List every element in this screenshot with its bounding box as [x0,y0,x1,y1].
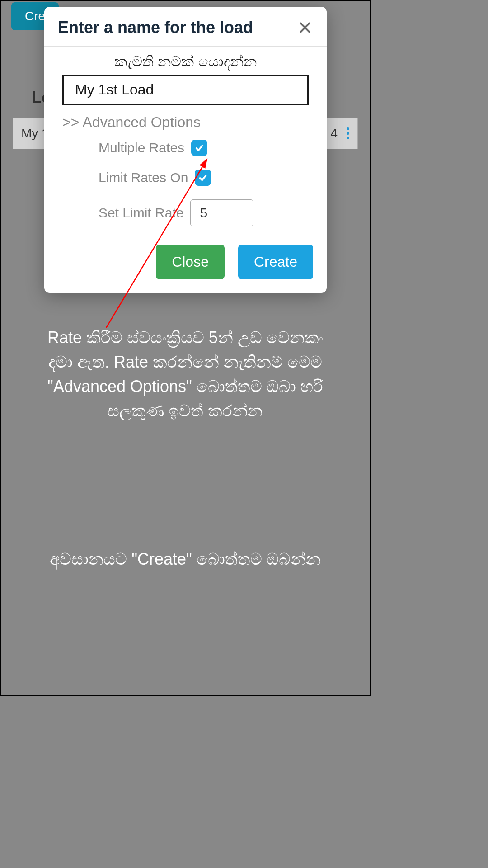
advanced-options-toggle[interactable]: >> Advanced Options [44,114,327,131]
multiple-rates-label: Multiple Rates [99,140,184,156]
set-limit-rate-label: Set Limit Rate [99,205,183,221]
list-row-count: 4 [330,126,338,141]
multiple-rates-checkbox[interactable] [191,140,207,156]
instruction-text-2: අවසානයට "Create" බොත්තම ඔබන්න [45,547,325,571]
close-icon[interactable] [297,19,313,36]
create-button-bg-label: Cre [25,9,45,23]
close-button[interactable]: Close [156,245,225,279]
load-name-modal: Enter a name for the load කැමති නමක් යොද… [44,7,327,293]
instruction-text-1: Rate කිරීම ස්වයංක්‍රියව 5න් උඩ වෙනකං දමා… [45,326,325,423]
modal-subtitle: කැමති නමක් යොදන්න [44,53,327,70]
create-button[interactable]: Create [238,245,313,279]
limit-rates-on-checkbox[interactable] [195,170,211,186]
more-icon [347,127,349,139]
set-limit-rate-input[interactable] [190,199,253,226]
load-name-input[interactable] [62,75,309,105]
limit-rates-on-label: Limit Rates On [99,170,188,185]
modal-title: Enter a name for the load [58,18,253,37]
